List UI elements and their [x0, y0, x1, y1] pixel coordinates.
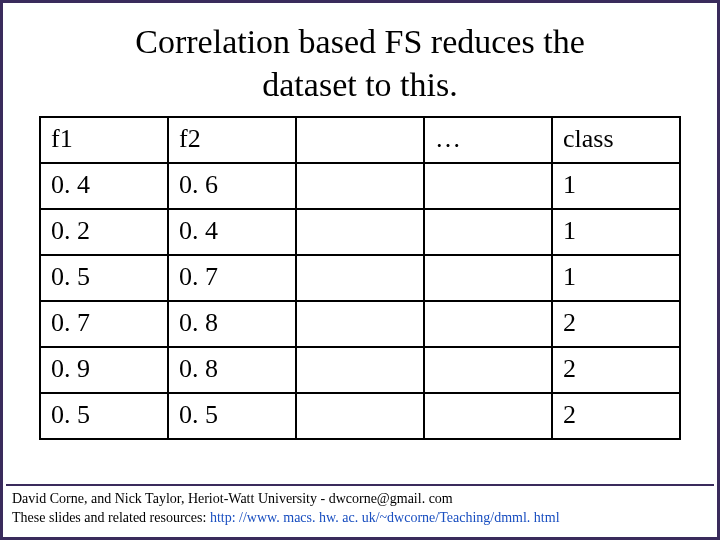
col-header: class [552, 117, 680, 163]
col-header [296, 117, 424, 163]
footer: David Corne, and Nick Taylor, Heriot-Wat… [6, 484, 714, 534]
cell: 2 [552, 347, 680, 393]
title-line-1: Correlation based FS reduces the [135, 23, 584, 60]
data-table: f1 f2 … class 0. 4 0. 6 1 0. 2 0. 4 1 [39, 116, 681, 440]
cell: 0. 5 [40, 393, 168, 439]
table-row: 0. 2 0. 4 1 [40, 209, 680, 255]
table-header-row: f1 f2 … class [40, 117, 680, 163]
cell: 0. 6 [168, 163, 296, 209]
col-header: f2 [168, 117, 296, 163]
cell [296, 163, 424, 209]
footer-line-1: David Corne, and Nick Taylor, Heriot-Wat… [12, 490, 708, 509]
cell [296, 255, 424, 301]
table-row: 0. 5 0. 7 1 [40, 255, 680, 301]
cell [424, 209, 552, 255]
col-header: f1 [40, 117, 168, 163]
table-row: 0. 4 0. 6 1 [40, 163, 680, 209]
cell: 0. 8 [168, 301, 296, 347]
cell: 2 [552, 301, 680, 347]
cell [424, 301, 552, 347]
cell [424, 393, 552, 439]
cell: 2 [552, 393, 680, 439]
cell: 1 [552, 163, 680, 209]
cell: 1 [552, 209, 680, 255]
cell: 0. 7 [168, 255, 296, 301]
title-line-2: dataset to this. [262, 66, 457, 103]
cell: 0. 4 [168, 209, 296, 255]
footer-line-2-prefix: These slides and related resources: [12, 510, 210, 525]
cell: 0. 5 [40, 255, 168, 301]
footer-link[interactable]: http: //www. macs. hw. ac. uk/~dwcorne/T… [210, 510, 560, 525]
cell: 0. 4 [40, 163, 168, 209]
cell: 0. 5 [168, 393, 296, 439]
cell: 0. 2 [40, 209, 168, 255]
cell [424, 347, 552, 393]
table-row: 0. 7 0. 8 2 [40, 301, 680, 347]
cell [424, 255, 552, 301]
data-table-wrap: f1 f2 … class 0. 4 0. 6 1 0. 2 0. 4 1 [3, 116, 717, 440]
page-title: Correlation based FS reduces the dataset… [3, 3, 717, 116]
slide: Correlation based FS reduces the dataset… [0, 0, 720, 540]
cell: 0. 8 [168, 347, 296, 393]
cell: 1 [552, 255, 680, 301]
col-header: … [424, 117, 552, 163]
footer-line-2: These slides and related resources: http… [12, 509, 708, 528]
table-row: 0. 5 0. 5 2 [40, 393, 680, 439]
cell [296, 301, 424, 347]
cell [424, 163, 552, 209]
cell: 0. 9 [40, 347, 168, 393]
cell: 0. 7 [40, 301, 168, 347]
cell [296, 393, 424, 439]
table-row: 0. 9 0. 8 2 [40, 347, 680, 393]
cell [296, 209, 424, 255]
cell [296, 347, 424, 393]
